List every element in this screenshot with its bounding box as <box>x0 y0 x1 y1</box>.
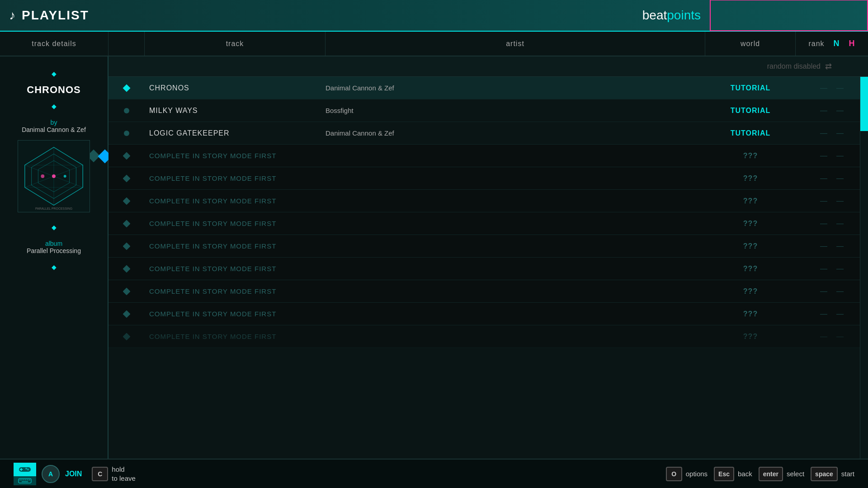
rank-n-value: — <box>820 84 827 92</box>
row-bullet <box>108 153 145 159</box>
track-rank: — — <box>796 242 868 250</box>
esc-key: Esc <box>714 467 734 481</box>
track-rank: — — <box>796 220 868 228</box>
beatpoints-points: points <box>667 8 701 22</box>
rank-h-value: — <box>836 84 844 92</box>
table-row: COMPLETE IN STORY MODE FIRST ??? — — <box>108 167 868 190</box>
row-bullet <box>108 244 145 249</box>
sidebar: ◆ CHRONOS ◆ by Danimal Cannon & Zef <box>0 56 108 459</box>
track-rank: — — <box>796 107 868 115</box>
svg-point-17 <box>25 468 27 469</box>
sidebar-diamond-top: ◆ <box>52 70 57 77</box>
track-rank: — — <box>796 265 868 273</box>
track-name: COMPLETE IN STORY MODE FIRST <box>145 174 326 183</box>
join-label: JOIN <box>65 470 82 478</box>
rank-n-value: — <box>820 129 827 137</box>
track-world: ??? <box>705 242 796 250</box>
footer-left-controls: A JOIN C hold to leave <box>14 463 136 485</box>
circle-icon <box>124 131 129 136</box>
col-header-artist: artist <box>326 32 705 56</box>
svg-rect-15 <box>20 469 23 470</box>
diamond-lock-icon <box>123 220 131 227</box>
track-world: ??? <box>705 220 796 228</box>
table-row[interactable]: LOGIC GATEKEEPER Danimal Cannon & Zef TU… <box>108 122 868 145</box>
track-artist: Danimal Cannon & Zef <box>326 129 705 137</box>
rank-n-value: — <box>820 107 827 115</box>
c-key: C <box>92 467 108 481</box>
music-icon: ♪ <box>9 8 15 23</box>
table-row: COMPLETE IN STORY MODE FIRST ??? — — <box>108 190 868 212</box>
track-name: COMPLETE IN STORY MODE FIRST <box>145 333 326 341</box>
diamond-lock-icon <box>123 265 131 272</box>
track-world: ??? <box>705 197 796 205</box>
footer-controls: O options Esc back enter select space st… <box>666 467 854 481</box>
col-header-track-details: track details <box>0 32 108 56</box>
track-world: ??? <box>705 333 796 341</box>
start-control: space start <box>811 467 854 481</box>
track-rank: — — <box>796 152 868 160</box>
rank-h-value: — <box>836 129 844 137</box>
header-title: PLAYLIST <box>22 8 89 23</box>
track-rank: — — <box>796 197 868 205</box>
sidebar-arrows <box>89 151 110 161</box>
table-row[interactable]: MILKY WAYS Bossfight TUTORIAL — — <box>108 99 868 122</box>
row-bullet <box>108 131 145 136</box>
track-rank: — — <box>796 129 868 137</box>
scrollbar-thumb[interactable] <box>860 77 868 131</box>
o-key: O <box>666 467 682 481</box>
svg-text:PARALLEL PROCESSING: PARALLEL PROCESSING <box>35 207 72 210</box>
row-bullet <box>108 108 145 113</box>
svg-rect-20 <box>21 479 23 480</box>
sidebar-artist: Danimal Cannon & Zef <box>22 126 86 133</box>
sidebar-diamond-4: ◆ <box>52 263 57 271</box>
track-name: COMPLETE IN STORY MODE FIRST <box>145 242 326 250</box>
diamond-lock-icon <box>123 333 131 340</box>
track-name: COMPLETE IN STORY MODE FIRST <box>145 287 326 296</box>
sidebar-diamond-3: ◆ <box>52 224 57 231</box>
track-rank: — — <box>796 333 868 341</box>
track-rank: — — <box>796 84 868 92</box>
track-name: CHRONOS <box>145 84 326 92</box>
svg-rect-22 <box>25 479 26 480</box>
keyboard-icon <box>14 476 36 485</box>
track-world: TUTORIAL <box>705 107 796 115</box>
sidebar-album-art: PARALLEL PROCESSING <box>18 140 90 212</box>
options-control: O options <box>666 467 708 481</box>
track-rank: — — <box>796 310 868 318</box>
header-left: ♪ PLAYLIST <box>9 8 89 23</box>
svg-rect-23 <box>27 479 28 480</box>
track-world: ??? <box>705 174 796 183</box>
table-row[interactable]: CHRONOS Danimal Cannon & Zef TUTORIAL — … <box>108 77 868 99</box>
scrollbar[interactable] <box>860 77 868 459</box>
svg-rect-25 <box>22 481 28 482</box>
select-label: select <box>787 470 804 478</box>
diamond-lock-icon <box>123 310 131 318</box>
column-headers: track details track artist world rank N … <box>0 32 868 56</box>
track-name: COMPLETE IN STORY MODE FIRST <box>145 265 326 273</box>
table-row: COMPLETE IN STORY MODE FIRST ??? — — <box>108 145 868 167</box>
table-row: COMPLETE IN STORY MODE FIRST ??? — — <box>108 325 868 348</box>
row-bullet <box>108 198 145 204</box>
start-label: start <box>841 470 854 478</box>
row-bullet <box>108 85 145 91</box>
footer: A JOIN C hold to leave O options Esc bac… <box>0 459 868 488</box>
track-world: TUTORIAL <box>705 129 796 137</box>
score-box <box>710 0 868 31</box>
svg-rect-24 <box>28 479 30 480</box>
sidebar-album-name: Parallel Processing <box>27 247 81 254</box>
col-spacer <box>108 32 145 56</box>
track-artist: Danimal Cannon & Zef <box>326 84 705 92</box>
table-row: COMPLETE IN STORY MODE FIRST ??? — — <box>108 303 868 325</box>
select-control: enter select <box>759 467 804 481</box>
table-row: COMPLETE IN STORY MODE FIRST ??? — — <box>108 280 868 303</box>
col-header-track: track <box>145 32 326 56</box>
svg-rect-21 <box>23 479 24 480</box>
track-world: ??? <box>705 310 796 318</box>
diamond-lock-icon <box>123 197 131 205</box>
diamond-icon <box>123 84 131 92</box>
beatpoints-beat: beat <box>642 8 667 22</box>
space-key: space <box>811 467 838 481</box>
track-world: TUTORIAL <box>705 84 796 92</box>
table-row: COMPLETE IN STORY MODE FIRST ??? — — <box>108 258 868 280</box>
circle-icon <box>124 108 129 113</box>
